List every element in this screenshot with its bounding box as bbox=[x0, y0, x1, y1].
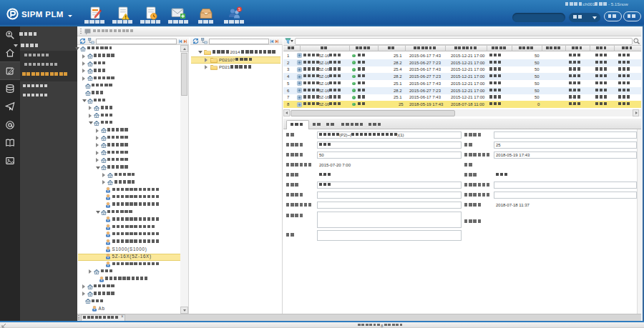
svg-text:S: S bbox=[238, 8, 240, 11]
